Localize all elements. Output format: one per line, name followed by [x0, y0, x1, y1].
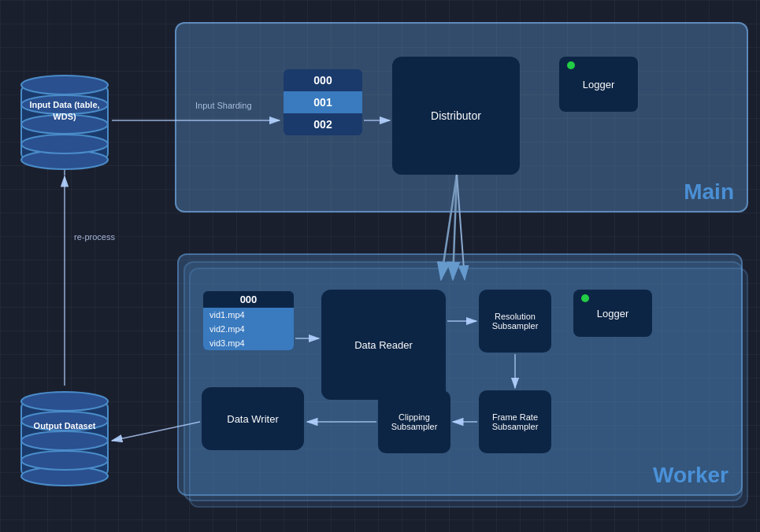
worker-file-1: vid1.mp4: [203, 308, 294, 322]
distributor-box: Distributor: [392, 57, 520, 175]
worker-file-2: vid2.mp4: [203, 322, 294, 336]
svg-point-10: [21, 431, 108, 450]
worker-shard-header: 000: [203, 291, 294, 308]
main-logger-box: Logger: [559, 57, 638, 112]
frame-rate-subsampler-box: Frame RateSubsampler: [479, 390, 551, 453]
main-shard-box: 000 001 002: [284, 69, 362, 135]
svg-point-5: [21, 135, 108, 153]
shard-000: 000: [284, 69, 362, 91]
svg-point-7: [21, 392, 108, 411]
worker-file-list: 000 vid1.mp4 vid2.mp4 vid3.mp4: [203, 291, 294, 350]
main-panel-label: Main: [684, 179, 734, 205]
svg-point-1: [21, 76, 108, 94]
output-db-label: Output Dataset: [17, 420, 112, 432]
worker-logger-box: Logger: [573, 290, 652, 337]
shard-001: 001: [284, 91, 362, 113]
data-writer-box: Data Writer: [202, 387, 304, 450]
svg-point-11: [21, 451, 108, 470]
input-db-label: Input Data (table, WDS): [17, 99, 112, 124]
main-logger-dot: [567, 61, 575, 69]
input-sharding-label: Input Sharding: [195, 101, 252, 110]
worker-panel-label: Worker: [653, 463, 728, 488]
data-reader-box: Data Reader: [321, 290, 446, 400]
shard-002: 002: [284, 113, 362, 135]
reprocess-label: re-process: [74, 232, 115, 242]
worker-file-3: vid3.mp4: [203, 336, 294, 350]
worker-logger-dot: [581, 294, 589, 302]
clipping-subsampler-box: ClippingSubsampler: [378, 390, 450, 453]
output-db-icon: [17, 386, 112, 492]
resolution-subsampler-box: ResolutionSubsampler: [479, 290, 551, 353]
